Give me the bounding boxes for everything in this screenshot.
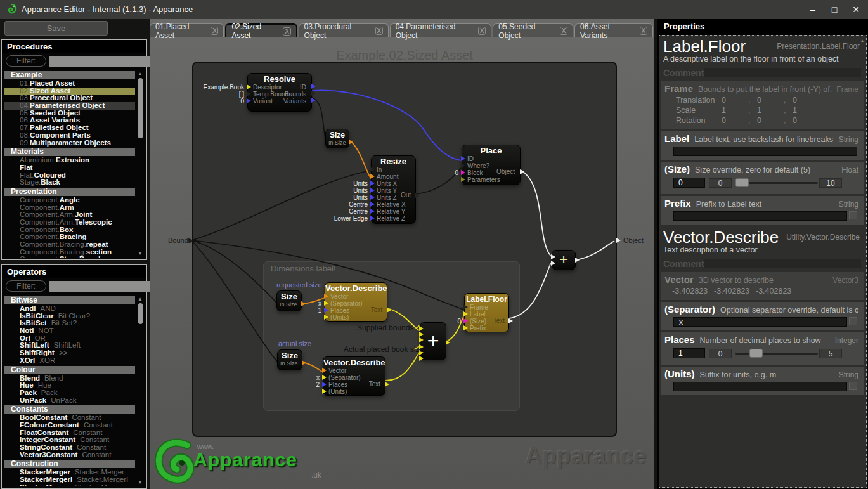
prefix-input[interactable]: [673, 211, 847, 221]
pin-descriptor[interactable]: [247, 84, 251, 89]
properties-scrollbar[interactable]: ▲: [860, 37, 867, 487]
pin-variant[interactable]: [247, 98, 251, 103]
pin-temp-bounds[interactable]: [247, 91, 251, 96]
procedures-filter-button[interactable]: Filter:: [6, 55, 46, 67]
tab-04-parameterised-object[interactable]: 04.Parameterised ObjectX: [390, 23, 492, 37]
places-value-input[interactable]: 1: [673, 348, 705, 358]
pin-units-z[interactable]: [370, 195, 375, 200]
procedures-filter-input[interactable]: [49, 56, 162, 67]
pin-where[interactable]: [461, 163, 465, 168]
pin-units-x[interactable]: [370, 181, 375, 186]
node-label-floor[interactable]: Label.Floor Frame Label 0(Size) Prefix T…: [464, 293, 509, 332]
places-slider-handle[interactable]: [749, 349, 763, 358]
pin-relative-y[interactable]: [370, 209, 375, 214]
operators-filter-button[interactable]: Filter:: [6, 280, 46, 292]
size-value-input[interactable]: 0: [673, 178, 705, 188]
procedures-scrollbar[interactable]: ▲ ▼: [136, 70, 144, 258]
separator-input[interactable]: x: [673, 317, 847, 327]
graph-input-bounds[interactable]: Bounds: [168, 237, 191, 244]
tab-close-icon[interactable]: X: [283, 27, 290, 36]
size-slider[interactable]: [735, 182, 818, 184]
separator-expand-button[interactable]: [849, 317, 857, 325]
tab-close-icon[interactable]: X: [560, 27, 567, 35]
save-button[interactable]: Save: [4, 21, 108, 36]
scroll-down-icon[interactable]: ▼: [137, 479, 143, 485]
pin-separator[interactable]: [322, 375, 327, 380]
node-vector-describe-2[interactable]: Vector.Describe Vector x(Separator) 2Pla…: [323, 356, 385, 396]
pin-in[interactable]: [370, 167, 375, 172]
pin-in-size-out[interactable]: [349, 140, 353, 145]
pin-in-size-out[interactable]: [302, 360, 306, 365]
pin-text-out[interactable]: [508, 318, 513, 323]
pin-in-size-out[interactable]: [301, 301, 306, 306]
operators-filter-input[interactable]: [49, 281, 162, 292]
pin-bounds-out[interactable]: [311, 91, 316, 96]
places-slider[interactable]: [735, 353, 818, 355]
scroll-thumb[interactable]: [138, 78, 143, 138]
pin-relative-z[interactable]: [370, 216, 375, 221]
label-text-input[interactable]: [673, 147, 857, 156]
tab-02-sized-asset[interactable]: 02.Sized AssetX: [225, 23, 297, 37]
pin-in-6[interactable]: [419, 356, 424, 361]
tab-close-icon[interactable]: X: [478, 27, 486, 35]
pin-amount[interactable]: [370, 174, 375, 179]
pin-in-1[interactable]: [551, 254, 555, 259]
pin-out[interactable]: [446, 340, 450, 345]
pin-size[interactable]: [463, 318, 468, 323]
node-place[interactable]: Place ID Where? 0Block Parameters Object: [462, 145, 521, 185]
tab-03-procedural-object[interactable]: 03.Procedural ObjectX: [299, 23, 389, 37]
pin-relative-x[interactable]: [370, 202, 375, 207]
pin-label[interactable]: [463, 311, 468, 316]
pin-id[interactable]: [461, 156, 465, 161]
pin-id-out[interactable]: [311, 84, 316, 89]
pin-out[interactable]: [575, 258, 580, 263]
pin-units-y[interactable]: [370, 188, 375, 193]
tab-close-icon[interactable]: X: [375, 27, 383, 35]
pin-variants-out[interactable]: [311, 98, 316, 103]
procedure-item[interactable]: Component.StageBoard: [4, 256, 135, 258]
pin-separator[interactable]: [324, 301, 328, 306]
pin-prefix[interactable]: [463, 325, 468, 330]
maximize-icon[interactable]: □: [824, 0, 845, 19]
pin-vector[interactable]: [322, 368, 327, 373]
close-icon[interactable]: ✕: [845, 0, 867, 19]
pin-units[interactable]: [324, 315, 328, 320]
scroll-up-icon[interactable]: ▲: [859, 38, 865, 44]
tab-close-icon[interactable]: X: [211, 27, 218, 35]
node-size-2[interactable]: Size In Size: [276, 290, 302, 311]
size-slider-handle[interactable]: [735, 178, 749, 187]
node-object-merge[interactable]: +: [552, 250, 576, 270]
operators-scrollbar[interactable]: ▲ ▼: [136, 295, 144, 486]
units-input[interactable]: [673, 382, 847, 391]
procedure-item[interactable]: 09.Multiparameter Objects: [4, 140, 135, 147]
node-resolve[interactable]: Resolve Example.BookDescriptorID [ ]Temp…: [247, 73, 312, 112]
pin-in-3[interactable]: [419, 337, 424, 342]
minimize-icon[interactable]: –: [802, 0, 824, 19]
operator-item[interactable]: StackerMergerStacker.Merger: [4, 484, 135, 486]
pin-frame[interactable]: [463, 304, 468, 310]
pin-parameters[interactable]: [461, 177, 465, 182]
node-string-join[interactable]: +: [420, 322, 446, 360]
operator-item[interactable]: UnPackUnPack: [4, 397, 135, 405]
pin-places[interactable]: [322, 382, 327, 387]
tab-01-placed-asset[interactable]: 01.Placed AssetX: [150, 23, 224, 37]
scroll-down-icon[interactable]: ▼: [137, 251, 143, 256]
procedure-item[interactable]: Stage.Black: [4, 179, 135, 186]
tab-close-icon[interactable]: X: [640, 27, 647, 35]
graph-output-object[interactable]: Object: [623, 237, 644, 244]
pin-text-out[interactable]: [387, 308, 391, 313]
scroll-up-icon[interactable]: ▲: [137, 71, 143, 77]
node-resize[interactable]: Resize In Amount UnitsUnits X UnitsUnits…: [371, 155, 416, 224]
pin-places[interactable]: [324, 308, 328, 313]
comment-input[interactable]: [704, 259, 861, 268]
pin-text-out[interactable]: [385, 382, 389, 387]
units-expand-button[interactable]: [849, 382, 857, 390]
comment-input[interactable]: [704, 68, 861, 77]
pin-block[interactable]: [461, 170, 465, 175]
scroll-up-icon[interactable]: ▲: [137, 296, 143, 302]
operator-item[interactable]: Vector3ConstantConstant: [4, 452, 135, 459]
scroll-thumb[interactable]: [138, 303, 143, 324]
pin-out[interactable]: [415, 193, 420, 198]
node-vector-describe-1[interactable]: Vector.Describe Vector x(Separator) 1Pla…: [325, 282, 387, 322]
tab-05-seeded-object[interactable]: 05.Seeded ObjectX: [493, 23, 573, 37]
